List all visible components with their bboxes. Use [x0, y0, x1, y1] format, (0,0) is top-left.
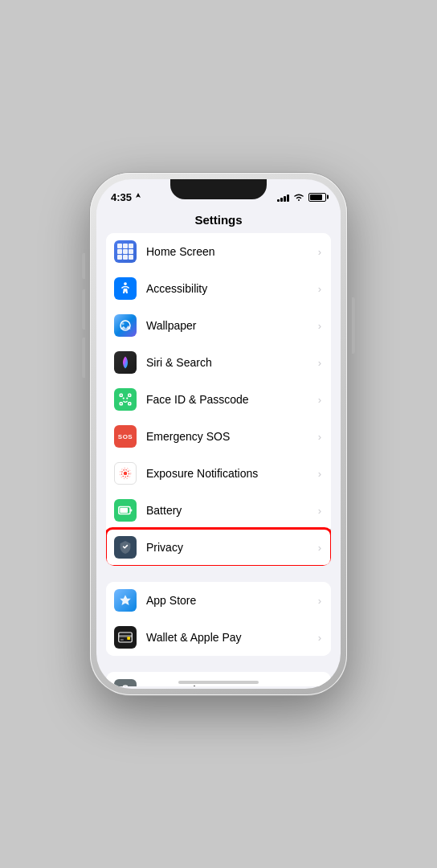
row-home-screen[interactable]: Home Screen › — [106, 233, 331, 270]
chevron-wallet: › — [318, 632, 321, 644]
chevron-faceid: › — [318, 394, 321, 406]
row-passwords[interactable]: Passwords › — [106, 672, 331, 686]
siri-label: Siri & Search — [146, 356, 315, 369]
svg-rect-14 — [120, 508, 128, 513]
chevron-privacy: › — [318, 542, 321, 554]
appstore-icon — [114, 589, 137, 612]
svg-rect-6 — [129, 403, 131, 405]
status-icons — [277, 192, 326, 202]
siri-icon — [114, 351, 137, 374]
signal-bar-1 — [277, 199, 280, 202]
signal-bars — [277, 192, 289, 202]
passwords-label: Passwords — [146, 684, 315, 686]
privacy-label: Privacy — [146, 541, 315, 554]
chevron-exposure: › — [318, 468, 321, 480]
exposure-icon — [114, 462, 137, 485]
silent-switch — [82, 253, 85, 279]
row-wallet[interactable]: Wallet & Apple Pay › — [106, 619, 331, 656]
phone-screen: 4:35 — [96, 179, 341, 689]
row-battery[interactable]: Battery › — [106, 492, 331, 529]
svg-point-7 — [123, 397, 125, 399]
settings-section-3: Passwords › Mail › — [106, 672, 331, 686]
chevron-wallpaper: › — [318, 320, 321, 332]
chevron-siri: › — [318, 357, 321, 369]
sos-text: SOS — [118, 433, 133, 440]
svg-point-0 — [124, 282, 127, 285]
accessibility-icon — [114, 277, 137, 300]
row-appstore[interactable]: App Store › — [106, 582, 331, 619]
exposure-label: Exposure Notifications — [146, 467, 315, 480]
svg-point-8 — [126, 397, 128, 399]
chevron-sos: › — [318, 431, 321, 443]
accessibility-label: Accessibility — [146, 282, 315, 295]
location-icon — [135, 193, 141, 201]
appstore-label: App Store — [146, 594, 315, 607]
row-siri[interactable]: Siri & Search › — [106, 344, 331, 381]
row-exposure[interactable]: Exposure Notifications › — [106, 455, 331, 492]
row-sos[interactable]: SOS Emergency SOS › — [106, 418, 331, 455]
home-screen-label: Home Screen — [146, 245, 315, 258]
battery-status-icon — [308, 193, 326, 202]
wallpaper-label: Wallpaper — [146, 319, 315, 332]
chevron-home: › — [318, 246, 321, 258]
status-time: 4:35 — [111, 191, 141, 203]
faceid-icon — [114, 388, 137, 411]
battery-label: Battery — [146, 504, 315, 517]
passwords-icon — [114, 679, 137, 686]
row-wallpaper[interactable]: Wallpaper › — [106, 307, 331, 344]
row-faceid[interactable]: Face ID & Passcode › — [106, 381, 331, 418]
battery-icon — [114, 499, 137, 522]
chevron-appstore: › — [318, 595, 321, 607]
volume-up-button — [82, 289, 85, 330]
wallpaper-icon — [114, 314, 137, 337]
chevron-passwords: › — [318, 685, 321, 687]
wifi-icon — [293, 193, 304, 202]
signal-bar-2 — [280, 198, 283, 202]
signal-bar-3 — [284, 196, 286, 202]
notch — [170, 179, 267, 199]
svg-rect-17 — [127, 637, 130, 640]
svg-rect-3 — [120, 394, 122, 396]
svg-point-2 — [122, 322, 125, 325]
home-screen-icon — [114, 240, 137, 263]
power-button — [352, 297, 355, 354]
settings-section-2: App Store › Wallet & Apple Pay › — [106, 582, 331, 656]
wallet-label: Wallet & Apple Pay — [146, 631, 315, 644]
svg-rect-5 — [120, 403, 122, 405]
home-indicator — [178, 681, 259, 684]
page-title: Settings — [96, 210, 341, 233]
settings-scroll[interactable]: Home Screen › Accessibility › — [96, 233, 341, 686]
signal-bar-4 — [287, 194, 289, 202]
faceid-label: Face ID & Passcode — [146, 393, 315, 406]
svg-rect-4 — [129, 394, 131, 396]
settings-section-1: Home Screen › Accessibility › — [106, 233, 331, 566]
wallet-icon — [114, 626, 137, 649]
volume-down-button — [82, 338, 85, 378]
sos-label: Emergency SOS — [146, 430, 315, 443]
chevron-accessibility: › — [318, 283, 321, 295]
row-privacy[interactable]: Privacy › — [106, 529, 331, 566]
svg-rect-13 — [130, 510, 132, 512]
row-accessibility[interactable]: Accessibility › — [106, 270, 331, 307]
svg-point-9 — [124, 472, 128, 476]
sos-icon: SOS — [114, 425, 137, 448]
phone-frame: 4:35 — [90, 173, 347, 695]
privacy-icon — [114, 536, 137, 559]
chevron-battery: › — [318, 505, 321, 517]
